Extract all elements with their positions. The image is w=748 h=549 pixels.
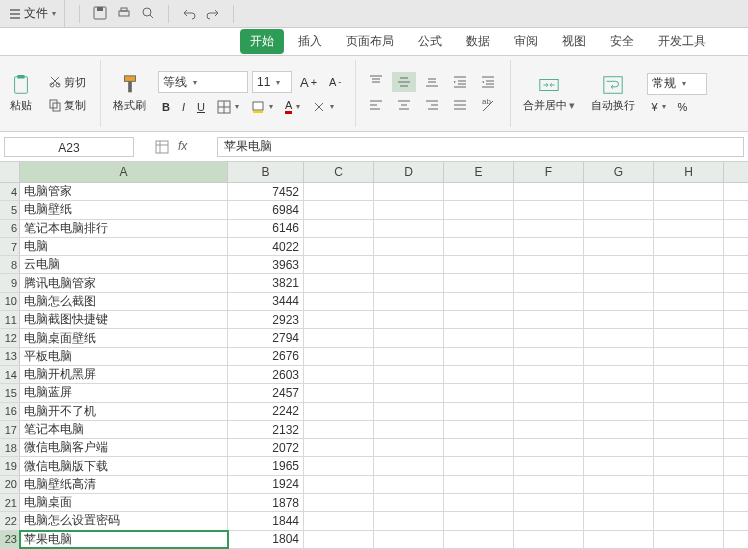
cell[interactable] <box>584 183 654 200</box>
cell[interactable] <box>304 311 374 328</box>
cell[interactable] <box>584 457 654 474</box>
cell[interactable] <box>654 512 724 529</box>
indent-right-icon[interactable] <box>476 72 500 92</box>
cell[interactable]: 2603 <box>228 366 304 383</box>
italic-button[interactable]: I <box>178 99 189 115</box>
tab-1[interactable]: 插入 <box>288 29 332 54</box>
merge-button[interactable]: 合并居中▾ <box>519 60 579 127</box>
cell[interactable] <box>374 366 444 383</box>
cell[interactable] <box>514 311 584 328</box>
cell[interactable] <box>304 366 374 383</box>
font-color-button[interactable]: A▾ <box>281 97 304 116</box>
cell[interactable] <box>514 183 584 200</box>
cell[interactable] <box>514 439 584 456</box>
cell[interactable]: 电脑 <box>20 238 228 255</box>
cell[interactable] <box>514 256 584 273</box>
row-header[interactable]: 5 <box>0 201 20 218</box>
paste-icon[interactable] <box>10 74 32 96</box>
cell[interactable]: 电脑蓝屏 <box>20 384 228 401</box>
preview-icon[interactable] <box>140 5 156 21</box>
row-header[interactable]: 20 <box>0 476 20 493</box>
cell[interactable] <box>374 384 444 401</box>
align-bottom-icon[interactable] <box>420 72 444 92</box>
cell[interactable]: 1844 <box>228 512 304 529</box>
cell[interactable] <box>374 238 444 255</box>
font-size-select[interactable]: 11▾ <box>252 71 292 93</box>
cell[interactable] <box>514 329 584 346</box>
row-header[interactable]: 4 <box>0 183 20 200</box>
row-header[interactable]: 10 <box>0 293 20 310</box>
cell[interactable] <box>514 494 584 511</box>
cell[interactable] <box>444 329 514 346</box>
cell[interactable] <box>304 220 374 237</box>
cell[interactable] <box>654 476 724 493</box>
cell[interactable] <box>444 439 514 456</box>
cell[interactable]: 微信电脑版下载 <box>20 457 228 474</box>
cell[interactable] <box>444 457 514 474</box>
cell[interactable] <box>444 531 514 548</box>
col-header-E[interactable]: E <box>444 162 514 182</box>
cell[interactable]: 2794 <box>228 329 304 346</box>
cell[interactable]: 3963 <box>228 256 304 273</box>
tab-7[interactable]: 安全 <box>600 29 644 54</box>
cell[interactable] <box>584 476 654 493</box>
cell[interactable] <box>374 256 444 273</box>
cell[interactable] <box>584 274 654 291</box>
cell[interactable] <box>514 201 584 218</box>
cell[interactable] <box>444 384 514 401</box>
tab-3[interactable]: 公式 <box>408 29 452 54</box>
justify-icon[interactable] <box>448 96 472 116</box>
cell[interactable]: 电脑怎么截图 <box>20 293 228 310</box>
cell[interactable] <box>514 366 584 383</box>
cell[interactable] <box>514 421 584 438</box>
cell[interactable] <box>444 494 514 511</box>
currency-icon[interactable]: ¥▾ <box>647 99 669 115</box>
cell[interactable]: 6984 <box>228 201 304 218</box>
cell[interactable] <box>584 348 654 365</box>
cut-button[interactable]: 剪切 <box>44 73 90 92</box>
cell[interactable] <box>374 183 444 200</box>
cell[interactable]: 3821 <box>228 274 304 291</box>
cell[interactable] <box>654 366 724 383</box>
cell[interactable] <box>444 220 514 237</box>
cell[interactable]: 1804 <box>228 531 304 548</box>
cell[interactable] <box>304 201 374 218</box>
cell[interactable] <box>374 421 444 438</box>
cell[interactable] <box>514 457 584 474</box>
cell[interactable] <box>584 220 654 237</box>
cell[interactable] <box>584 384 654 401</box>
cell[interactable]: 1878 <box>228 494 304 511</box>
cell[interactable] <box>374 494 444 511</box>
cell[interactable] <box>654 403 724 420</box>
cell[interactable] <box>304 293 374 310</box>
percent-icon[interactable]: % <box>674 99 692 115</box>
copy-button[interactable]: 复制 <box>44 96 90 115</box>
align-left-icon[interactable] <box>364 96 388 116</box>
row-header[interactable]: 21 <box>0 494 20 511</box>
cell[interactable] <box>514 531 584 548</box>
cell[interactable] <box>584 531 654 548</box>
cell[interactable]: 2072 <box>228 439 304 456</box>
cell[interactable] <box>654 256 724 273</box>
align-right-icon[interactable] <box>420 96 444 116</box>
col-header-A[interactable]: A <box>20 162 228 182</box>
row-header[interactable]: 6 <box>0 220 20 237</box>
wrap-button[interactable]: 自动换行 <box>587 60 639 127</box>
cell[interactable]: 4022 <box>228 238 304 255</box>
cell[interactable] <box>374 274 444 291</box>
cell[interactable] <box>374 457 444 474</box>
cell[interactable] <box>374 329 444 346</box>
cell[interactable]: 2242 <box>228 403 304 420</box>
font-name-select[interactable]: 等线▾ <box>158 71 248 93</box>
cell[interactable] <box>304 348 374 365</box>
cell[interactable] <box>374 403 444 420</box>
cell[interactable]: 2457 <box>228 384 304 401</box>
decrease-font-icon[interactable]: A- <box>325 74 345 90</box>
cell[interactable] <box>514 403 584 420</box>
cell[interactable] <box>304 403 374 420</box>
cell[interactable] <box>444 421 514 438</box>
col-header-B[interactable]: B <box>228 162 304 182</box>
cell[interactable]: 3444 <box>228 293 304 310</box>
cell[interactable] <box>304 329 374 346</box>
print-icon[interactable] <box>116 5 132 21</box>
